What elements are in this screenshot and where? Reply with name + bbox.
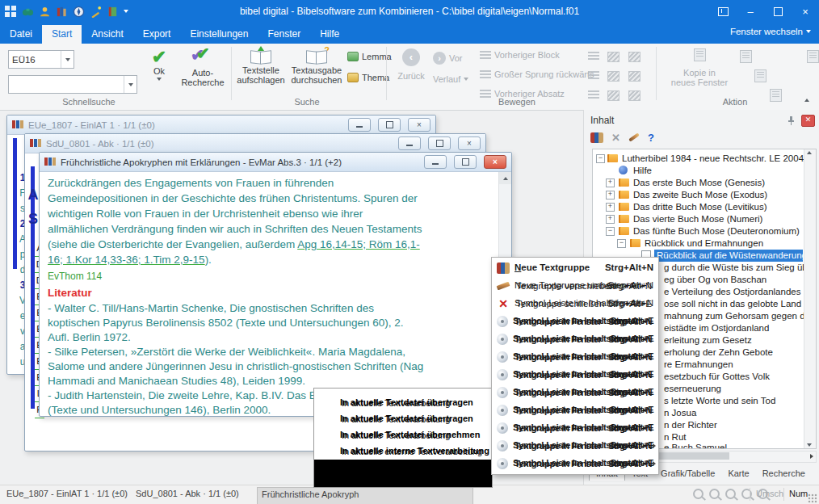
textstelle-aufschlagen-button[interactable]: Textstelleaufschlagen bbox=[236, 48, 286, 85]
sync-icon[interactable] bbox=[607, 90, 620, 101]
tab-einstellungen[interactable]: Einstellungen bbox=[180, 25, 258, 44]
scroll-up-icon[interactable] bbox=[807, 151, 812, 154]
tab-hilfe[interactable]: Hilfe bbox=[310, 25, 349, 44]
zoom-icon[interactable] bbox=[709, 489, 720, 499]
window-apokryphen[interactable]: Frühchristliche Apokryphen mit Erklärung… bbox=[39, 152, 512, 417]
delete-icon[interactable]: ✕ bbox=[611, 132, 620, 143]
back-button[interactable]: ‹ Zurück bbox=[393, 48, 430, 81]
collapse-ribbon-icon[interactable] bbox=[804, 99, 809, 102]
context-menu-item[interactable]: Symbol-Leiste im InhaltsfensterTextgrupp… bbox=[492, 401, 658, 419]
ok-button[interactable]: ✔ Ok bbox=[142, 48, 176, 81]
action-icon[interactable] bbox=[754, 69, 766, 82]
layers-icon[interactable] bbox=[628, 71, 640, 82]
panel-tab-recherche[interactable]: Recherche bbox=[756, 466, 812, 481]
compass-icon[interactable] bbox=[73, 6, 85, 18]
scroll-down-icon[interactable] bbox=[807, 443, 812, 447]
zoom-icon[interactable] bbox=[725, 489, 736, 499]
tab-fenster[interactable]: Fenster bbox=[258, 25, 310, 44]
context-menu-item[interactable]: Symbol-Leiste im InhaltsfensterTextgrupp… bbox=[492, 455, 658, 472]
tree-item-root[interactable]: −Lutherbibel 1984 - neue Rechtschr. LE 2… bbox=[594, 153, 803, 165]
translation-combo[interactable]: EÜ16 bbox=[8, 50, 74, 69]
scroll-up-icon[interactable] bbox=[499, 172, 511, 184]
sync-icon[interactable] bbox=[607, 52, 620, 62]
panel-close-icon[interactable]: ✕ bbox=[801, 115, 815, 127]
history-button[interactable]: Verlauf bbox=[433, 74, 468, 84]
textausgabe-durchsuchen-button[interactable]: ? Textausgabedurchsuchen bbox=[289, 48, 344, 85]
panel-tab-grafik[interactable]: Grafik/Tabelle bbox=[654, 466, 721, 481]
tree-item-hilfe[interactable]: Hilfe bbox=[594, 165, 803, 177]
tree-item-exodus[interactable]: +Das zweite Buch Mose (Exodus) bbox=[594, 189, 803, 201]
sync-icon[interactable] bbox=[607, 71, 620, 82]
context-menu-item[interactable]: Symbol-Leiste im InhaltsfensterTextgrupp… bbox=[492, 366, 658, 384]
tree-item-rueckblick-gruppe[interactable]: −Rückblick und Ermahnungen bbox=[594, 237, 803, 250]
zoom-icon[interactable] bbox=[741, 489, 752, 499]
ribbon-display-options-button[interactable] bbox=[709, 0, 737, 23]
window-switch-button[interactable]: Fenster wechseln bbox=[730, 27, 811, 36]
restore-button[interactable] bbox=[428, 136, 451, 150]
quick-search-input[interactable] bbox=[8, 75, 137, 94]
status-window-2[interactable]: SdU_0801 - Abk · 1/1 (±0) bbox=[136, 489, 239, 498]
wand-icon[interactable] bbox=[90, 6, 102, 18]
lemma-button[interactable]: Lemma bbox=[347, 52, 392, 61]
context-menu-item[interactable]: Symbol-Leiste im InhaltsfensterTextgrupp… bbox=[492, 313, 658, 330]
tab-start[interactable]: Start bbox=[42, 25, 82, 44]
window-titlebar[interactable]: SdU_0801 - Abk · 1/1 (±0) × bbox=[25, 134, 485, 153]
scroll-right-icon[interactable] bbox=[810, 454, 813, 459]
edit-icon[interactable] bbox=[628, 132, 640, 141]
books-icon[interactable] bbox=[56, 6, 68, 18]
layers-icon[interactable] bbox=[628, 90, 640, 101]
copy-to-new-window-button[interactable]: Kopie inneues Fenster bbox=[669, 48, 730, 87]
status-window-3-active[interactable]: Frühchristliche Apokryph bbox=[257, 487, 473, 504]
context-menu-item[interactable]: Symbol-Leiste im InhaltsfensterTextgrupp… bbox=[492, 419, 658, 437]
minimize-button[interactable] bbox=[348, 118, 371, 132]
block-icon[interactable] bbox=[588, 52, 599, 61]
close-button[interactable]: × bbox=[792, 0, 819, 23]
pin-icon[interactable] bbox=[786, 116, 796, 126]
tree-item-levitikus[interactable]: +Das dritte Buch Mose (Levitikus) bbox=[594, 201, 803, 213]
zoom-icon[interactable] bbox=[693, 489, 704, 499]
window-titlebar[interactable]: Frühchristliche Apokryphen mit Erklärung… bbox=[40, 153, 511, 172]
tab-datei[interactable]: Datei bbox=[0, 25, 42, 44]
popup-item[interactable]: In aktuelle Textdatei übertragenIn aktue… bbox=[314, 411, 492, 427]
close-button[interactable]: × bbox=[408, 118, 430, 132]
auto-recherche-button[interactable]: ✔✔ Auto-Recherche bbox=[178, 48, 228, 87]
context-menu-item-neue-textgruppe[interactable]: Neue Textgruppe Strg+Alt+N bbox=[492, 259, 658, 277]
context-menu-item[interactable]: Symbol-Leiste im InhaltsfensterTextgrupp… bbox=[492, 384, 658, 401]
previous-block-button[interactable]: Vorheriger Block bbox=[480, 50, 560, 60]
action-icon[interactable] bbox=[807, 50, 819, 63]
restore-button[interactable] bbox=[454, 155, 477, 169]
window-titlebar[interactable]: EUe_1807 - EinlAT 1 · 1/1 (±0) × bbox=[7, 116, 435, 135]
restore-button[interactable] bbox=[764, 0, 792, 23]
minimize-button[interactable] bbox=[398, 136, 421, 150]
resize-grip[interactable] bbox=[808, 494, 817, 503]
context-menu-item[interactable]: Symbol-Leiste im InhaltsfensterTextgrupp… bbox=[492, 348, 658, 366]
big-jump-back-button[interactable]: Großer Sprung rückwärts bbox=[480, 69, 594, 79]
minimize-button[interactable] bbox=[424, 155, 447, 169]
person-icon[interactable] bbox=[39, 6, 51, 18]
restore-button[interactable] bbox=[378, 118, 401, 132]
tab-ansicht[interactable]: Ansicht bbox=[82, 25, 132, 44]
forward-button[interactable]: › Vor bbox=[433, 52, 463, 65]
popup-item[interactable]: In aktuelle interne TextverarbeitungIn a… bbox=[314, 443, 492, 460]
context-menu-item[interactable]: Neue Textgruppe umbenennenTextgruppe ver… bbox=[492, 277, 658, 295]
binoculars-icon[interactable] bbox=[22, 6, 34, 18]
status-window-1[interactable]: EUe_1807 - EinlAT 1 · 1/1 (±0) bbox=[6, 489, 128, 498]
tree-item-numeri[interactable]: +Das vierte Buch Mose (Numeri) bbox=[594, 213, 803, 225]
textgroup-icon[interactable] bbox=[590, 132, 603, 143]
tree-scrollbar[interactable] bbox=[804, 149, 816, 448]
action-icon[interactable] bbox=[740, 50, 752, 63]
context-menu-item[interactable]: ✕ Symbol-Leiste im InhaltsfensterTextgru… bbox=[492, 295, 658, 313]
qat-customize-icon[interactable] bbox=[124, 10, 128, 13]
popup-item[interactable]: In aktuelle Textdatei übernehmenIn aktue… bbox=[314, 427, 492, 443]
layers-icon[interactable] bbox=[628, 52, 640, 62]
bible-reference-link[interactable]: Apg 16,14-15; Röm 16,1- bbox=[297, 238, 420, 250]
tree-item-deuteronomium[interactable]: −Das fünfte Buch Mose (Deuteronomium) bbox=[594, 225, 803, 237]
close-button[interactable]: × bbox=[458, 136, 481, 150]
jump-icon[interactable] bbox=[588, 71, 599, 80]
minimize-button[interactable]: – bbox=[737, 0, 764, 23]
context-menu-item[interactable]: Symbol-Leiste im InhaltsfensterTextgrupp… bbox=[492, 437, 658, 455]
app-icon[interactable] bbox=[5, 6, 17, 18]
bible-reference-link[interactable]: 16; 1.Kor 14,33-36; 1.Tim 2,9-15 bbox=[48, 254, 205, 266]
popup-item[interactable]: In aktuelle Textdatei übertragenIn aktue… bbox=[314, 395, 492, 411]
tree-item-genesis[interactable]: +Das erste Buch Mose (Genesis) bbox=[594, 177, 803, 189]
